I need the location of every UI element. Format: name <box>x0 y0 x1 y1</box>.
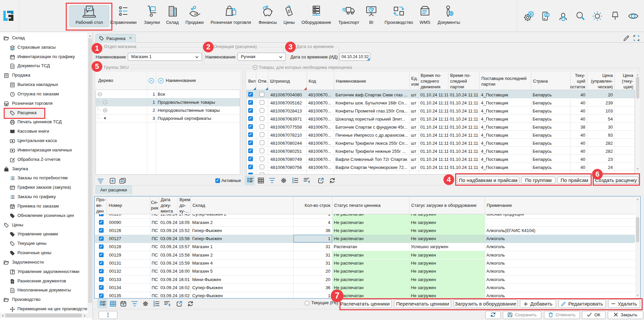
svg-text:$: $ <box>288 9 290 14</box>
